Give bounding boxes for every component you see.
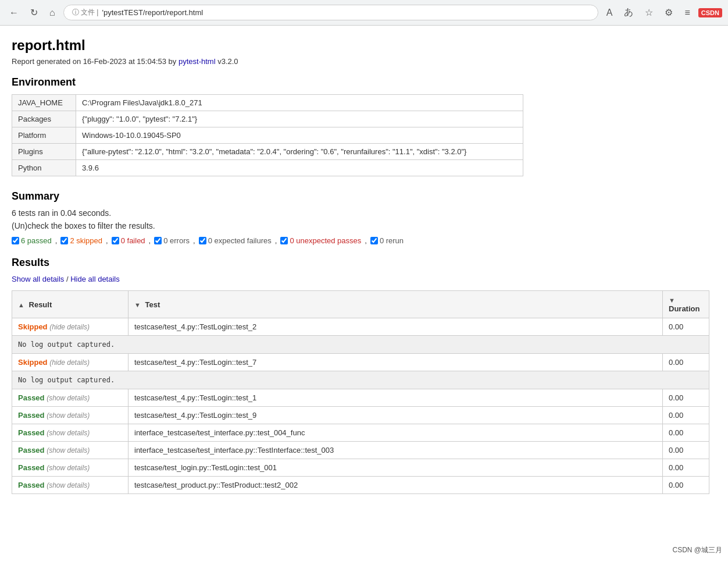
table-row: Skipped (hide details) testcase/test_4.p…	[12, 354, 709, 371]
star-button[interactable]: ☆	[641, 5, 656, 20]
result-cell: Passed (show details)	[12, 424, 129, 442]
home-button[interactable]: ⌂	[46, 5, 59, 20]
duration-cell: 0.00	[663, 477, 709, 494]
hide-all-details-link[interactable]: Hide all details	[70, 275, 120, 283]
duration-cell: 0.00	[663, 442, 709, 459]
result-cell: Skipped (hide details)	[12, 318, 129, 336]
report-title: report.html	[12, 37, 709, 54]
result-cell: Passed (show details)	[12, 477, 129, 494]
env-key: Packages	[12, 111, 76, 127]
filter-checkbox-f-skipped[interactable]	[60, 237, 68, 244]
summary-section: 6 tests ran in 0.04 seconds. (Un)check t…	[12, 208, 709, 245]
test-column-label: Test	[145, 300, 160, 309]
translate-button[interactable]: あ	[620, 4, 637, 21]
status-badge: Skipped	[18, 322, 48, 331]
env-row: Packages {"pluggy": "1.0.0", "pytest": "…	[12, 111, 523, 127]
filter-item-f-passed: 6 passed	[12, 236, 52, 245]
result-cell: Passed (show details)	[12, 442, 129, 459]
filter-checkbox-f-xpassed[interactable]	[280, 237, 288, 244]
font-button[interactable]: A	[603, 5, 616, 20]
filter-checkbox-f-xfailed[interactable]	[199, 237, 206, 244]
table-row: Passed (show details) testcase/test_4.py…	[12, 407, 709, 424]
detail-link[interactable]: (show details)	[47, 481, 90, 489]
detail-link[interactable]: (show details)	[47, 411, 90, 420]
filter-item-f-errors: 0 errors	[154, 236, 190, 245]
status-badge: Passed	[18, 393, 45, 402]
duration-column-header[interactable]: ▼ Duration	[663, 291, 709, 318]
duration-cell: 0.00	[663, 354, 709, 371]
env-key: Python	[12, 160, 76, 176]
browser-chrome: ← ↻ ⌂ ⓘ 文件 | 'pytestTEST/report/report.h…	[0, 0, 728, 26]
table-row: Passed (show details) testcase/test_prod…	[12, 477, 709, 494]
env-key: Platform	[12, 127, 76, 144]
pytest-html-link[interactable]: pytest-html	[179, 57, 216, 66]
table-row: Passed (show details) testcase/test_4.py…	[12, 389, 709, 407]
env-value: 3.9.6	[76, 160, 523, 176]
test-sort-icon: ▼	[134, 301, 141, 308]
filter-checkbox-f-failed[interactable]	[112, 237, 119, 244]
page-content: report.html Report generated on 16-Feb-2…	[0, 26, 721, 529]
filter-separator: ,	[106, 236, 108, 245]
duration-column-label: Duration	[669, 304, 700, 313]
result-column-header[interactable]: ▲ Result	[12, 291, 129, 318]
filter-item-f-rerun: 0 rerun	[370, 236, 404, 245]
results-section: Show all details / Hide all details ▲ Re…	[12, 275, 709, 494]
env-value: Windows-10-10.0.19045-SP0	[76, 127, 523, 144]
filter-row: 6 passed , 2 skipped , 0 failed , 0 erro…	[12, 236, 709, 245]
env-key: Plugins	[12, 144, 76, 160]
tests-ran-text: 6 tests ran in 0.04 seconds.	[12, 208, 709, 218]
env-value: {"allure-pytest": "2.12.0", "html": "3.2…	[76, 144, 523, 160]
filter-count: 2 skipped	[70, 236, 102, 245]
status-badge: Skipped	[18, 358, 48, 367]
result-cell: Passed (show details)	[12, 389, 129, 407]
log-cell: No log output captured.	[12, 371, 709, 389]
filter-count: 0 expected failures	[208, 236, 272, 245]
show-all-details-link[interactable]: Show all details	[12, 275, 64, 283]
filter-item-f-skipped: 2 skipped	[60, 236, 102, 245]
test-column-header[interactable]: ▼ Test	[129, 291, 663, 318]
duration-cell: 0.00	[663, 424, 709, 442]
result-cell: Passed (show details)	[12, 459, 129, 477]
filter-checkbox-f-errors[interactable]	[154, 237, 162, 244]
report-meta-version: v3.2.0	[217, 57, 238, 66]
duration-cell: 0.00	[663, 407, 709, 424]
results-header-row: ▲ Result ▼ Test ▼ Duration	[12, 291, 709, 318]
filter-checkbox-f-rerun[interactable]	[370, 237, 378, 244]
env-key: JAVA_HOME	[12, 95, 76, 111]
filter-separator: ,	[365, 236, 367, 245]
table-row: Skipped (hide details) testcase/test_4.p…	[12, 318, 709, 336]
settings-button[interactable]: ⚙	[661, 5, 676, 20]
result-sort-icon: ▲	[18, 301, 24, 308]
report-meta-text: Report generated on 16-Feb-2023 at 15:04…	[12, 57, 176, 66]
filter-count: 0 failed	[121, 236, 145, 245]
address-url: 'pytestTEST/report/report.html	[102, 8, 203, 17]
env-value: C:\Program Files\Java\jdk1.8.0_271	[76, 95, 523, 111]
test-cell: interface_testcase/test_interface.py::te…	[129, 424, 663, 442]
detail-link[interactable]: (hide details)	[49, 323, 90, 331]
back-button[interactable]: ←	[6, 5, 22, 20]
results-section-title: Results	[12, 257, 709, 269]
filter-item-f-xpassed: 0 unexpected passes	[280, 236, 361, 245]
detail-link[interactable]: (show details)	[47, 429, 90, 437]
env-row: Platform Windows-10-10.0.19045-SP0	[12, 127, 523, 144]
filter-checkbox-f-passed[interactable]	[12, 237, 19, 244]
env-row: Plugins {"allure-pytest": "2.12.0", "htm…	[12, 144, 523, 160]
result-column-label: Result	[29, 300, 52, 309]
test-cell: interface_testcase/test_interface.py::Te…	[129, 442, 663, 459]
environment-table: JAVA_HOME C:\Program Files\Java\jdk1.8.0…	[12, 94, 523, 176]
filter-separator: ,	[149, 236, 151, 245]
filter-count: 0 unexpected passes	[290, 236, 361, 245]
summary-section-title: Summary	[12, 190, 709, 203]
test-cell: testcase/test_4.py::TestLogin::test_2	[129, 318, 663, 336]
csdn-badge: CSDN	[698, 8, 722, 17]
refresh-button[interactable]: ↻	[27, 5, 41, 20]
detail-link[interactable]: (hide details)	[49, 358, 90, 367]
result-cell: Passed (show details)	[12, 407, 129, 424]
menu-button[interactable]: ≡	[681, 5, 693, 20]
filter-hint-text: (Un)check the boxes to filter the result…	[12, 221, 709, 230]
table-row: Passed (show details) interface_testcase…	[12, 424, 709, 442]
detail-link[interactable]: (show details)	[47, 464, 90, 472]
duration-cell: 0.00	[663, 318, 709, 336]
detail-link[interactable]: (show details)	[47, 446, 90, 455]
detail-link[interactable]: (show details)	[47, 394, 90, 402]
